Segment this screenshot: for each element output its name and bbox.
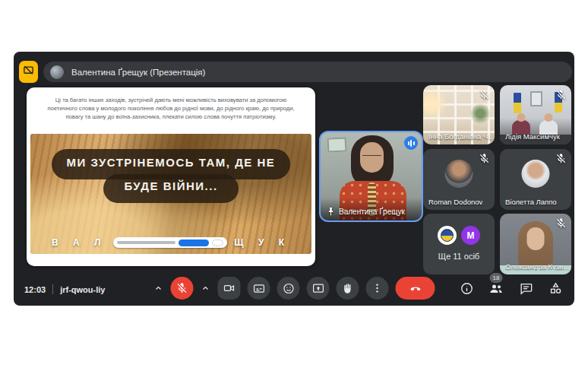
slide-footer: В А Л Щ У К — [30, 237, 311, 248]
mic-off-icon — [555, 89, 567, 100]
divider — [52, 284, 53, 294]
mic-mute-button[interactable] — [171, 277, 194, 300]
speaker-face — [360, 142, 384, 173]
pin-icon — [326, 206, 336, 216]
meeting-code: jrf-qwou-liy — [60, 285, 105, 294]
presenter-avatar — [50, 65, 64, 79]
participant-name: Лідія Максимчук — [505, 132, 560, 141]
slide-overlay-ghost-button — [212, 240, 223, 246]
participant-tile-oleksandra[interactable]: Олександра Кузи... — [500, 214, 571, 274]
avatar-emblem — [438, 226, 457, 245]
mic-off-icon — [479, 153, 490, 164]
participant-name: Олександра Кузи... — [505, 262, 569, 271]
people-panel-button[interactable]: 18 — [488, 281, 504, 296]
mic-off-icon — [555, 217, 567, 229]
more-participants-label: Ще 11 осіб — [423, 252, 495, 261]
slide-overlay-blue-button — [179, 240, 209, 246]
speaker-glasses — [362, 152, 381, 156]
slide-footer-right-letters: Щ У К — [234, 237, 290, 248]
meet-window: Валентина Ґрещук (Презентація) Ці та баг… — [14, 52, 574, 306]
presentation-paused-button[interactable] — [19, 61, 38, 83]
participant-face — [527, 227, 545, 250]
meeting-info: 12:03 jrf-qwou-liy — [24, 284, 105, 294]
camera-button[interactable] — [218, 277, 241, 300]
meeting-details-button[interactable] — [459, 281, 474, 296]
more-participants-tile[interactable]: M Ще 11 осіб — [423, 214, 495, 274]
call-controls — [153, 277, 435, 300]
avatar — [522, 160, 550, 188]
slide-footer-left-letters: В А Л — [52, 237, 106, 248]
wall-frame — [530, 91, 542, 106]
participant-name: Інна Богданівна Ч... — [428, 132, 493, 141]
participant-name: Віолетта Лаппо — [505, 198, 557, 206]
main-speaker-tile[interactable]: Валентина Ґрещук — [319, 131, 423, 222]
participant-count-badge: 18 — [490, 273, 503, 283]
camera-options-chevron[interactable] — [201, 277, 211, 300]
slide-overlay-toolbar — [113, 237, 227, 248]
present-button[interactable] — [307, 277, 330, 300]
activities-button[interactable] — [548, 281, 563, 296]
more-participant-avatars: M — [438, 226, 480, 245]
main-speaker-name: Валентина Ґрещук — [339, 208, 405, 216]
side-panel-icons: 18 — [459, 281, 563, 296]
avatar — [445, 160, 473, 188]
participant-tile-inna[interactable]: Інна Богданівна Ч... — [423, 85, 495, 144]
speaking-indicator-icon — [404, 136, 418, 150]
clock-time: 12:03 — [24, 285, 46, 294]
ukraine-flag-left — [514, 93, 521, 113]
wall-picture — [327, 137, 347, 152]
shared-presentation[interactable]: Ці та багато інших заходів, зустрічей да… — [27, 87, 315, 266]
slide-title-line2: БУДЕ ВІЙНИ... — [30, 179, 311, 192]
chat-panel-button[interactable] — [518, 281, 533, 296]
participant-tile-violetta[interactable]: Віолетта Лаппо — [500, 149, 571, 210]
mic-options-chevron[interactable] — [153, 277, 164, 300]
participant-name: Roman Dodonov — [428, 198, 482, 206]
raise-hand-button[interactable] — [337, 277, 359, 300]
presentation-off-icon — [23, 65, 34, 79]
slide-paragraph: Ці та багато інших заходів, зустрічей да… — [46, 96, 296, 121]
participant-tile-roman[interactable]: Roman Dodonov — [423, 149, 495, 210]
reactions-button[interactable] — [277, 277, 300, 300]
slide-wheat-image: МИ ЗУСТРІНЕМОСЬ ТАМ, ДЕ НЕ БУДЕ ВІЙНИ...… — [30, 134, 311, 254]
slide-title-line1: МИ ЗУСТРІНЕМОСЬ ТАМ, ДЕ НЕ — [30, 156, 311, 169]
presenter-banner[interactable]: Валентина Ґрещук (Презентація) — [43, 62, 572, 82]
mic-off-icon — [479, 89, 490, 100]
end-call-button[interactable] — [396, 277, 435, 300]
more-options-button[interactable] — [366, 277, 389, 300]
presenter-banner-label: Валентина Ґрещук (Презентація) — [71, 68, 205, 77]
slide-overlay-text-bar — [117, 241, 175, 244]
mic-off-icon — [555, 153, 567, 164]
avatar-letter: M — [461, 226, 480, 245]
captions-button[interactable] — [248, 277, 270, 300]
participant-tile-lidiia[interactable]: Лідія Максимчук — [500, 85, 571, 144]
